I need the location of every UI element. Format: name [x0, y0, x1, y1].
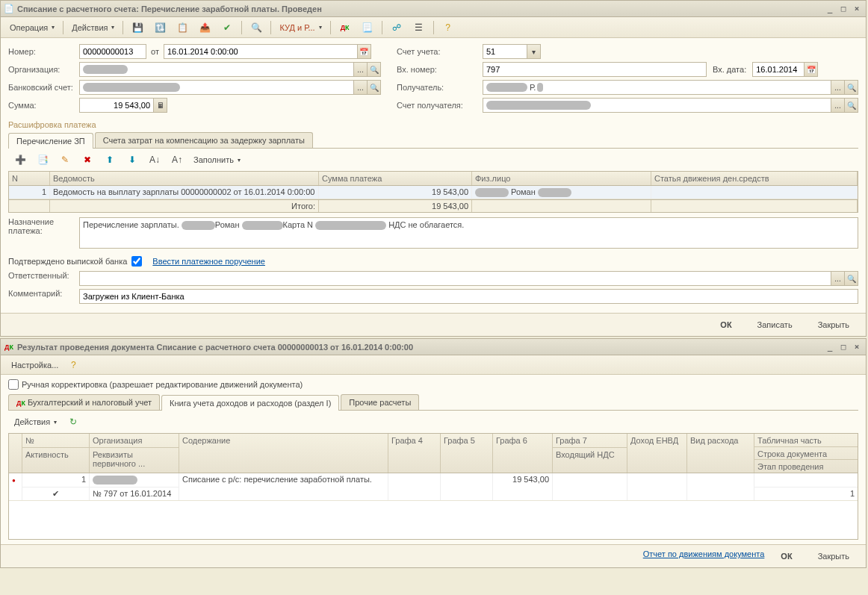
report-icon[interactable]: 📃	[357, 19, 378, 36]
tab-other[interactable]: Прочие расчеты	[341, 394, 419, 410]
operation-menu[interactable]: Операция	[5, 21, 59, 34]
delete-icon[interactable]: ✖	[77, 152, 98, 168]
recipient-account-label: Счет получателя:	[397, 101, 483, 110]
close-form-button[interactable]: Закрыть	[809, 318, 858, 331]
copy-icon[interactable]: 📋	[172, 19, 193, 36]
sort-desc-icon[interactable]: A↑	[167, 152, 187, 168]
in-num-input[interactable]	[483, 62, 707, 77]
col-n: N	[9, 172, 50, 185]
post-icon[interactable]: ✔	[217, 19, 238, 36]
col-g5: Графа 5	[441, 434, 493, 473]
recipient-account-input[interactable]	[483, 98, 831, 113]
move-down-icon[interactable]: ⬇	[122, 152, 143, 168]
org-label: Организация:	[8, 65, 79, 74]
col-g6: Графа 6	[493, 434, 553, 473]
bank-select-icon[interactable]: ...	[354, 80, 368, 95]
bank-label: Банковский счет:	[8, 83, 79, 92]
enter-payment-link[interactable]: Ввести платежное поручение	[152, 257, 265, 266]
col-activity: Активность	[22, 447, 89, 473]
add-copy-icon[interactable]: 📑	[32, 152, 53, 168]
settings-button[interactable]: Настройка...	[7, 358, 63, 372]
refresh-icon-2[interactable]: ↻	[63, 414, 84, 430]
main-toolbar: Операция Действия 💾 🔃 📋 📤 ✔ 🔍 КУД и Р...…	[1, 17, 866, 38]
find-icon[interactable]: 🔍	[246, 19, 267, 36]
col-row: Строка документа	[754, 446, 858, 459]
in-date-input[interactable]	[752, 62, 805, 77]
calc-icon[interactable]: 🖩	[154, 98, 167, 113]
titlebar-2: ДК Результат проведения документа Списан…	[1, 339, 866, 355]
fill-menu[interactable]: Заполнить	[189, 153, 245, 166]
dtkt-icon: ДК	[4, 342, 14, 352]
sort-asc-icon[interactable]: A↓	[144, 152, 165, 168]
col-req: Реквизиты первичного ...	[90, 447, 179, 473]
number-input[interactable]	[79, 44, 146, 59]
actions-menu[interactable]: Действия	[67, 21, 119, 34]
section-title: Расшифровка платежа	[8, 116, 858, 131]
bank-open-icon[interactable]: 🔍	[368, 80, 381, 95]
window-title: Списание с расчетного счета: Перечислени…	[17, 4, 824, 13]
tab-transfer[interactable]: Перечисление ЗП	[8, 133, 93, 149]
list-icon[interactable]: ☰	[409, 19, 430, 36]
recipient-select-icon[interactable]: ...	[831, 80, 845, 95]
col-sum: Сумма платежа	[319, 172, 472, 185]
refresh-icon[interactable]: 🔃	[149, 19, 170, 36]
grid-row[interactable]: 1 Ведомость на выплату зарплаты 00000000…	[9, 186, 858, 199]
recipient-account-open-icon[interactable]: 🔍	[845, 98, 858, 113]
maximize-button[interactable]: □	[837, 4, 849, 14]
recipient-account-select-icon[interactable]: ...	[831, 98, 845, 113]
col-stage: Этап проведения	[754, 459, 858, 473]
date-input[interactable]	[164, 44, 358, 59]
dtkt-icon[interactable]: ДК	[335, 19, 356, 36]
comment-input[interactable]	[79, 289, 858, 304]
maximize-button-2[interactable]: □	[837, 342, 849, 352]
actions-menu-2[interactable]: Действия	[10, 415, 61, 429]
manual-correction-checkbox[interactable]	[8, 379, 19, 390]
col-table: Табличная часть	[754, 434, 858, 446]
account-label: Счет учета:	[397, 47, 483, 56]
recipient-input[interactable]: Р.	[483, 80, 831, 95]
minimize-button[interactable]: _	[824, 4, 836, 14]
account-select-icon[interactable]: ▾	[527, 44, 541, 59]
purpose-label: Назначение платежа:	[8, 217, 79, 235]
close-button-2[interactable]: ×	[851, 342, 863, 352]
in-date-calendar-icon[interactable]: 📅	[805, 62, 818, 77]
responsible-open-icon[interactable]: 🔍	[845, 271, 858, 286]
account-input[interactable]	[483, 44, 527, 59]
help-icon-2[interactable]: ?	[63, 357, 84, 373]
tab-accounting[interactable]: ДК Бухгалтерский и налоговый учет	[8, 394, 160, 410]
structure-icon[interactable]: ☍	[386, 19, 407, 36]
col-g7: Графа 7	[553, 434, 627, 447]
tab-compensation[interactable]: Счета затрат на компенсацию за задержку …	[95, 132, 313, 148]
move-up-icon[interactable]: ⬆	[99, 152, 120, 168]
save-icon[interactable]: 💾	[127, 19, 148, 36]
close-button[interactable]: ×	[851, 4, 863, 14]
write-button[interactable]: Записать	[748, 318, 802, 331]
tab-book[interactable]: Книга учета доходов и расходов (раздел I…	[161, 395, 339, 411]
purpose-textarea[interactable]: Перечисление зарплаты. Роман Карта N НДС…	[79, 217, 858, 249]
bank-input[interactable]	[79, 80, 354, 95]
minimize-button-2[interactable]: _	[824, 342, 836, 352]
responsible-input[interactable]	[79, 271, 831, 286]
responsible-label: Ответственный:	[8, 271, 79, 286]
help-icon[interactable]: ?	[438, 19, 459, 36]
ok-button[interactable]: ОК	[711, 318, 740, 331]
org-open-icon[interactable]: 🔍	[368, 62, 381, 77]
ok-button-2[interactable]: ОК	[772, 549, 801, 563]
kudir-menu[interactable]: КУД и Р...	[275, 21, 326, 34]
edit-icon[interactable]: ✎	[55, 152, 75, 168]
responsible-select-icon[interactable]: ...	[831, 271, 845, 286]
sum-input[interactable]	[79, 98, 154, 113]
org-input[interactable]	[79, 62, 354, 77]
add-icon[interactable]: ➕	[10, 152, 31, 168]
calendar-icon[interactable]: 📅	[358, 44, 371, 59]
col-num: №	[22, 434, 89, 447]
titlebar: 📄 Списание с расчетного счета: Перечисле…	[1, 1, 866, 17]
movements-report-link[interactable]: Отчет по движениям документа	[643, 549, 765, 563]
close-form-button-2[interactable]: Закрыть	[809, 549, 858, 563]
recipient-open-icon[interactable]: 🔍	[845, 80, 858, 95]
col-statement: Ведомость	[50, 172, 319, 185]
org-select-icon[interactable]: ...	[354, 62, 368, 77]
export-icon[interactable]: 📤	[194, 19, 215, 36]
confirmed-checkbox[interactable]	[131, 256, 142, 267]
grid-row-2[interactable]: ● 1 ✔ № 797 от 16.01.2014 Списание с р/с…	[9, 473, 858, 501]
